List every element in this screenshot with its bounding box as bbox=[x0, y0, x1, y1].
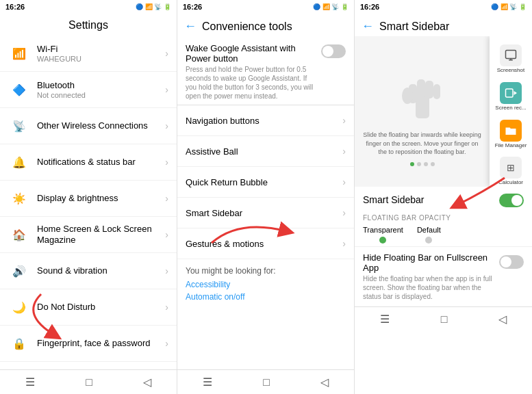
conv-gestures[interactable]: Gestures & motions › bbox=[177, 228, 354, 259]
time-3: 16:26 bbox=[360, 3, 379, 11]
svg-rect-4 bbox=[433, 84, 440, 99]
smart-sidebar-header: ← Smart Sidebar bbox=[355, 14, 532, 36]
hide-fullscreen-section: Hide Floating Bar on Fullscreen App Hide… bbox=[355, 246, 532, 306]
floating-bar-label: FLOATING BAR OPACITY bbox=[363, 214, 524, 222]
hand-illustration bbox=[388, 57, 457, 125]
menu-button-1[interactable]: ☰ bbox=[25, 376, 35, 389]
gestures-chevron: › bbox=[342, 238, 346, 249]
fingerprint-icon: 🔒 bbox=[8, 332, 30, 354]
svg-point-5 bbox=[402, 88, 413, 104]
status-icons-3: 🔵 📶 📡 🔋 bbox=[491, 3, 527, 10]
dnd-icon: 🌙 bbox=[8, 296, 30, 318]
screenshot-icon-box bbox=[500, 44, 522, 66]
preview-desc: Slide the floating bar inwards while kee… bbox=[362, 131, 483, 157]
status-icons-1: 🔵 📶 📡 🔋 bbox=[136, 3, 171, 10]
dot-3 bbox=[424, 162, 428, 166]
convenience-panel: 16:26 🔵 📶 📡 🔋 ← Convenience tools Wake G… bbox=[177, 0, 355, 394]
back-button-2[interactable]: ← bbox=[184, 19, 197, 34]
back-button-2b[interactable]: ◁ bbox=[320, 376, 329, 389]
opacity-default[interactable]: Default bbox=[417, 226, 441, 244]
wireless-label: Other Wireless Connections bbox=[37, 120, 162, 131]
homescreen-chevron: › bbox=[165, 229, 168, 240]
hide-fullscreen-desc: Hide the floating bar when the app is in… bbox=[363, 274, 494, 301]
settings-item-display[interactable]: ☀️ Display & brightness › bbox=[0, 181, 177, 217]
home-button-1[interactable]: □ bbox=[86, 376, 92, 389]
settings-item-sound[interactable]: 🔊 Sound & vibration › bbox=[0, 253, 177, 289]
sidebar-filemanager[interactable]: File Manager bbox=[492, 116, 529, 153]
filemanager-label: File Manager bbox=[495, 143, 527, 149]
convenience-title: Convenience tools bbox=[202, 21, 292, 33]
wireless-chevron: › bbox=[165, 120, 168, 131]
smart-sidebar-panel: 16:26 🔵 📶 📡 🔋 ← Smart Sidebar bbox=[355, 0, 532, 394]
wake-google-section: Wake Google Assistant with Power button … bbox=[177, 36, 354, 105]
sidebar-calculator[interactable]: ⊞ Calculator bbox=[492, 153, 529, 187]
menu-button-2[interactable]: ☰ bbox=[203, 376, 212, 389]
back-button-1[interactable]: ◁ bbox=[143, 376, 151, 389]
settings-item-fingerprint[interactable]: 🔒 Fingerprint, face & password › bbox=[0, 326, 177, 362]
conv-assistive-ball[interactable]: Assistive Ball › bbox=[177, 136, 354, 167]
screenrec-icon bbox=[505, 87, 517, 99]
default-dot bbox=[425, 237, 432, 244]
dots-indicator bbox=[410, 162, 435, 166]
fp-label: Fingerprint, face & password bbox=[37, 338, 162, 349]
display-label: Display & brightness bbox=[37, 193, 162, 204]
settings-item-wireless[interactable]: 📡 Other Wireless Connections › bbox=[0, 108, 177, 144]
svg-rect-2 bbox=[417, 79, 425, 98]
looking-for-links: Accessibility Automatic on/off bbox=[177, 278, 354, 306]
toggle-knob bbox=[322, 46, 333, 57]
hide-fullscreen-toggle[interactable] bbox=[499, 255, 524, 269]
bt-sub: Not connected bbox=[37, 91, 162, 99]
wake-google-desc: Press and hold the Power button for 0.5 … bbox=[186, 65, 316, 101]
svg-marker-10 bbox=[514, 91, 518, 95]
wake-google-toggle[interactable] bbox=[321, 44, 346, 58]
display-icon: ☀️ bbox=[8, 187, 30, 209]
back-button-3[interactable]: ← bbox=[362, 19, 374, 34]
menu-button-3[interactable]: ☰ bbox=[380, 313, 390, 326]
display-chevron: › bbox=[165, 193, 168, 204]
opacity-transparent[interactable]: Transparent bbox=[363, 226, 403, 244]
sound-label: Sound & vibration bbox=[37, 265, 162, 276]
settings-item-notifications[interactable]: 🔔 Notifications & status bar › bbox=[0, 144, 177, 181]
hand-svg bbox=[395, 60, 450, 122]
looking-for-label: You might be looking for: bbox=[177, 259, 354, 278]
smart-sidebar-toggle[interactable] bbox=[499, 194, 524, 207]
status-icons-2: 🔵 📶 📡 🔋 bbox=[313, 3, 349, 10]
settings-item-wifi[interactable]: 📶 Wi-Fi WAHEGURU › bbox=[0, 36, 177, 72]
home-button-2[interactable]: □ bbox=[263, 376, 270, 389]
fp-chevron: › bbox=[165, 338, 168, 349]
settings-item-convenience[interactable]: 🛠️ Convenience tools › bbox=[0, 362, 177, 369]
assistive-ball-chevron: › bbox=[342, 146, 346, 157]
dnd-label: Do Not Disturb bbox=[37, 302, 162, 313]
default-label: Default bbox=[417, 226, 441, 234]
settings-item-homescreen[interactable]: 🏠 Home Screen & Lock Screen Magazine › bbox=[0, 217, 177, 253]
calculator-label: Calculator bbox=[498, 180, 523, 186]
sidebar-screenshot[interactable]: Screenshot bbox=[492, 40, 529, 78]
smart-sidebar-chevron: › bbox=[342, 207, 346, 218]
status-bar-2: 16:26 🔵 📶 📡 🔋 bbox=[177, 0, 354, 14]
home-button-3[interactable]: □ bbox=[441, 313, 448, 326]
back-button-3b[interactable]: ◁ bbox=[498, 313, 507, 326]
conv-quick-return[interactable]: Quick Return Bubble › bbox=[177, 167, 354, 198]
screenrec-label: Screen rec... bbox=[495, 105, 526, 111]
screenshot-label: Screenshot bbox=[497, 68, 524, 74]
status-bar-1: 16:26 🔵 📶 📡 🔋 bbox=[0, 0, 177, 14]
settings-item-bluetooth[interactable]: 🔷 Bluetooth Not connected › bbox=[0, 72, 177, 108]
floating-bar-section: FLOATING BAR OPACITY Transparent Default bbox=[355, 210, 532, 246]
conv-nav-buttons[interactable]: Navigation buttons › bbox=[177, 105, 354, 136]
filemanager-icon-box bbox=[500, 120, 522, 142]
screenshot-icon bbox=[505, 49, 517, 62]
svg-rect-8 bbox=[510, 59, 511, 60]
smart-sidebar-section-title: Smart Sidebar bbox=[363, 194, 424, 205]
auto-on-off-link[interactable]: Automatic on/off bbox=[186, 292, 346, 302]
filemanager-icon bbox=[505, 124, 517, 137]
conv-smart-sidebar[interactable]: Smart Sidebar › bbox=[177, 198, 354, 228]
accessibility-link[interactable]: Accessibility bbox=[186, 280, 346, 289]
dot-1 bbox=[410, 162, 414, 166]
calculator-icon: ⊞ bbox=[507, 162, 515, 173]
status-bar-3: 16:26 🔵 📶 📡 🔋 bbox=[355, 0, 532, 14]
smart-sidebar-title-row: Smart Sidebar bbox=[355, 187, 532, 210]
wifi-label: Wi-Fi bbox=[37, 44, 162, 55]
nav-buttons-chevron: › bbox=[342, 115, 346, 126]
sidebar-screenrec[interactable]: Screen rec... bbox=[492, 78, 529, 116]
settings-item-dnd[interactable]: 🌙 Do Not Disturb › bbox=[0, 289, 177, 326]
